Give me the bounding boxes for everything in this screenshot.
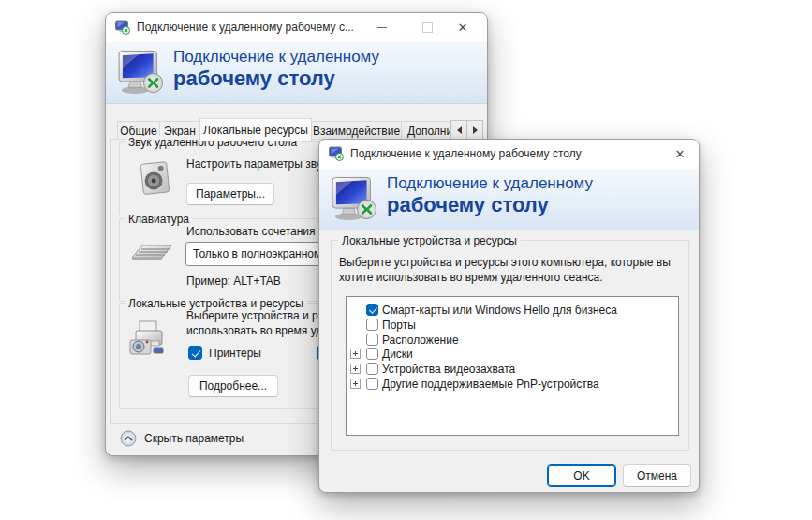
tree-item-location[interactable]: Расположение	[347, 333, 678, 347]
rdp-logo-icon	[332, 176, 382, 221]
collapse-chevron-icon	[120, 430, 137, 447]
tree-item-smartcards[interactable]: Смарт-карты или Windows Hello для бизнес…	[347, 303, 678, 317]
drives-checkbox[interactable]	[366, 348, 378, 360]
tab-scroll-right-button[interactable]	[466, 120, 483, 140]
window-title: Подключение к удаленному рабочему с...	[137, 21, 354, 34]
keyboard-group-title: Клавиатура	[125, 213, 193, 226]
keyboard-example: Пример: ALT+TAB	[186, 275, 281, 288]
header-title-line2: рабочему столу	[387, 193, 549, 217]
printer-devices-icon	[128, 319, 171, 361]
rdp-header-banner: Подключение к удаленному рабочему столу	[319, 169, 699, 230]
sound-settings-button[interactable]: Параметры...	[186, 183, 274, 205]
arrow-left-icon	[457, 126, 462, 134]
hide-options-label: Скрыть параметры	[144, 432, 244, 445]
location-checkbox[interactable]	[366, 334, 378, 346]
close-button[interactable]: ✕	[664, 140, 696, 169]
devices-description-line1: Выберите устройства и ресу	[186, 309, 335, 322]
tree-item-ports[interactable]: Порты	[347, 318, 678, 332]
keyboard-icon	[130, 240, 173, 264]
devices-description-line2: использовать во время удал	[186, 324, 335, 337]
devices-details-button[interactable]: Подробнее...	[188, 375, 278, 397]
header-title-line1: Подключение к удаленному	[173, 48, 379, 67]
maximize-button	[411, 13, 443, 42]
hide-options-link[interactable]: Скрыть параметры	[120, 430, 244, 447]
rdp-app-icon	[329, 146, 344, 161]
close-icon: ✕	[458, 22, 468, 34]
sound-description: Настроить параметры звука	[186, 157, 333, 171]
ports-checkbox[interactable]	[366, 319, 378, 331]
rdp-header-banner: Подключение к удаленному рабочему столу	[106, 42, 487, 104]
tree-item-pnp-devices[interactable]: Другие поддерживаемые PnP-устройства	[347, 377, 678, 391]
speaker-icon	[138, 161, 173, 197]
titlebar[interactable]: Подключение к удаленному рабочему столу …	[319, 140, 699, 169]
local-devices-dialog: Подключение к удаленному рабочему столу …	[318, 139, 700, 493]
group-description-line2: хотите использовать во время удаленного …	[339, 271, 603, 284]
maximize-icon	[422, 22, 433, 33]
tree-item-video-capture[interactable]: Устройства видеозахвата	[347, 362, 678, 376]
close-button[interactable]: ✕	[447, 13, 479, 42]
minimize-icon	[377, 27, 387, 28]
keyboard-description: Использовать сочетания кл	[186, 225, 330, 238]
expand-plus-icon[interactable]	[350, 364, 361, 374]
minimize-button[interactable]	[366, 13, 398, 42]
header-title-line2: рабочему столу	[173, 67, 335, 91]
printers-checkbox-label: Принтеры	[209, 347, 261, 360]
tree-item-drives[interactable]: Диски	[347, 347, 678, 361]
close-icon: ✕	[675, 148, 686, 160]
tab-experience[interactable]: Взаимодействие	[311, 121, 402, 141]
header-title-line1: Подключение к удаленному	[387, 174, 593, 193]
window-title: Подключение к удаленному рабочему столу	[350, 147, 582, 160]
tab-scroll-left-button[interactable]	[450, 120, 467, 140]
local-devices-group-title: Локальные устройства и ресурсы	[338, 234, 521, 247]
rdp-app-icon	[115, 20, 130, 35]
smartcards-checkbox[interactable]	[366, 304, 378, 316]
tab-advanced[interactable]: Дополни	[401, 121, 458, 141]
cancel-button[interactable]: Отмена	[623, 464, 691, 487]
video-capture-checkbox[interactable]	[366, 363, 378, 375]
expand-plus-icon[interactable]	[350, 379, 361, 389]
titlebar[interactable]: Подключение к удаленному рабочему с... ✕	[106, 13, 487, 42]
printers-checkbox[interactable]	[188, 346, 202, 360]
devices-tree: Смарт-карты или Windows Hello для бизнес…	[346, 296, 679, 436]
pnp-devices-checkbox[interactable]	[366, 378, 378, 390]
devices-group-title: Локальные устройства и ресурсы	[125, 297, 307, 310]
group-description-line1: Выберите устройства и ресурсы этого комп…	[339, 256, 671, 269]
tab-local-resources[interactable]: Локальные ресурсы	[199, 118, 312, 141]
arrow-right-icon	[473, 126, 478, 134]
rdp-logo-icon	[118, 50, 169, 95]
expand-plus-icon[interactable]	[350, 349, 361, 359]
ok-button[interactable]: OK	[547, 464, 616, 487]
